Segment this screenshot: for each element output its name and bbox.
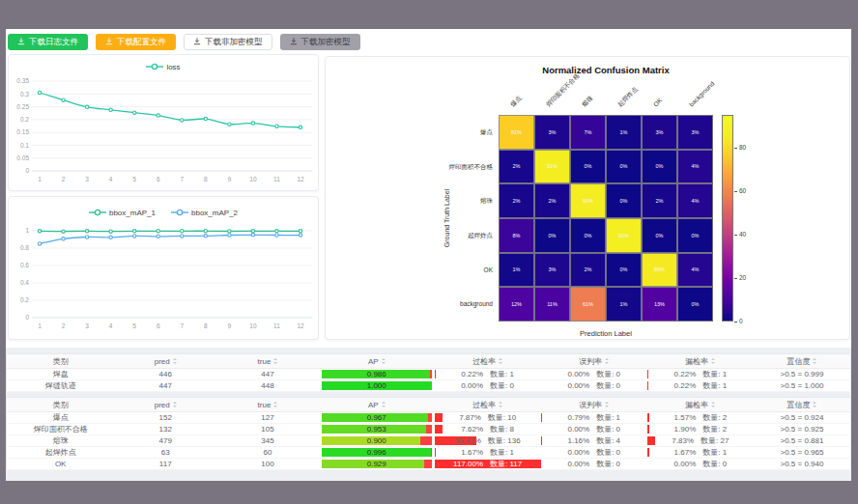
ap-cell: 0.929	[319, 459, 435, 470]
rate-cell: 1.67%数量: 1	[647, 447, 754, 458]
download-encrypted-model-button[interactable]: 下载加密模型	[280, 34, 360, 50]
rate-bar	[435, 448, 437, 457]
table-header-cell-误判率[interactable]: 误判率	[541, 398, 647, 412]
table-row: OK1171000.929117.00%数量: 1170.00%数量: 00.0…	[7, 459, 851, 470]
confusion-matrix-row-label: 爆点	[401, 128, 493, 137]
sort-icon[interactable]	[813, 402, 816, 407]
cell-value: 4%	[692, 266, 700, 272]
x-tick-label: 8	[204, 176, 208, 182]
sort-icon[interactable]	[499, 358, 502, 364]
bbox_mAP_2-point	[228, 234, 231, 237]
table-header-cell-true[interactable]: true	[216, 354, 319, 369]
table-header-cell-漏检率[interactable]: 漏检率	[647, 354, 754, 369]
sort-icon[interactable]	[711, 358, 715, 364]
y-tick-label: 0.2	[20, 116, 29, 123]
table-header-cell-pred[interactable]: pred	[114, 398, 216, 412]
confusion-matrix-title: Normalized Confusion Matrix	[499, 65, 713, 75]
table-header-cell-过检率[interactable]: 过检率	[435, 354, 541, 369]
header-label: 漏检率	[685, 400, 708, 410]
header-label: AP	[368, 357, 379, 366]
header-inner: 过检率	[435, 400, 541, 410]
table-header-cell-漏检率[interactable]: 漏检率	[647, 398, 754, 412]
table-header-cell-AP[interactable]: AP	[319, 354, 435, 369]
loss-point	[228, 123, 231, 126]
download-unencrypted-model-button[interactable]: 下载非加密模型	[184, 34, 272, 50]
ap-value: 0.929	[322, 460, 432, 468]
table-header-cell-true[interactable]: true	[216, 398, 319, 412]
cell-value: 3%	[549, 129, 557, 135]
table-header-cell-置信度[interactable]: 置信度	[754, 398, 851, 412]
table-header-cell-误判率[interactable]: 误判率	[541, 354, 647, 369]
cell-value: 91%	[547, 163, 558, 169]
table-head: 类别predtrueAP过检率误判率漏检率置信度	[7, 354, 851, 369]
download-log-button[interactable]: 下载日志文件	[8, 34, 88, 50]
sort-icon[interactable]	[605, 402, 609, 407]
bbox_mAP_1-point	[181, 230, 184, 233]
table-body: 爆点1521270.9677.87%数量: 100.79%数量: 11.57%数…	[7, 412, 851, 470]
bbox_mAP_2-point	[251, 234, 254, 237]
cell-value: 2%	[656, 198, 664, 204]
download-icon	[193, 38, 201, 45]
sort-icon[interactable]	[499, 402, 502, 407]
over-rate-cell: 7.62%数量: 8	[435, 424, 541, 435]
rate-cell: 0.22%数量: 1	[647, 380, 754, 391]
header-inner: 漏检率	[647, 400, 754, 410]
table-header-cell-pred[interactable]: pred	[114, 354, 216, 369]
colorbar-tick-mark	[734, 278, 737, 279]
loss-line	[40, 93, 300, 127]
sort-icon[interactable]	[605, 358, 609, 364]
loss-point	[251, 122, 254, 125]
confusion-matrix-cell: 61%	[570, 287, 606, 322]
rate-cell: 1.67%数量: 1	[435, 447, 541, 458]
rate-bar	[541, 436, 542, 445]
header-label: true	[258, 357, 272, 366]
x-tick-label: 10	[249, 322, 257, 329]
header-label: 过检率	[472, 356, 496, 367]
sort-down-caret	[605, 362, 609, 364]
sort-icon[interactable]	[382, 358, 386, 364]
colorbar-tick: 20	[739, 274, 746, 281]
sort-icon[interactable]	[382, 402, 386, 407]
confusion-matrix-cell: 0%	[570, 218, 606, 253]
download-config-button[interactable]: 下载配置文件	[96, 34, 176, 50]
cell-value: 7%	[585, 129, 592, 135]
confusion-matrix-col-label: background	[686, 79, 716, 109]
header-label: 漏检率	[685, 356, 708, 367]
header-label: pred	[155, 357, 170, 366]
sort-icon[interactable]	[813, 358, 816, 364]
rate-percent: 0.22%	[461, 370, 483, 378]
bbox_mAP_2-point	[299, 234, 301, 237]
table-header-cell-过检率[interactable]: 过检率	[435, 398, 541, 412]
confusion-matrix-cell: 0%	[677, 287, 713, 322]
table-header-cell-置信度[interactable]: 置信度	[754, 354, 851, 369]
rate-count: 数量: 1	[702, 369, 727, 379]
sort-icon[interactable]	[173, 358, 177, 364]
confusion-matrix-col-label: 起焊炸点	[615, 85, 639, 109]
confusion-matrix-cell: 2%	[642, 183, 677, 218]
header-inner: 置信度	[754, 356, 850, 367]
app-content: 下载日志文件 下载配置文件 下载非加密模型 下载加密模型 loss00.050.…	[6, 29, 851, 481]
loss-point	[85, 105, 88, 108]
sort-icon[interactable]	[273, 402, 277, 407]
bbox_mAP_2-point	[85, 236, 88, 238]
sort-icon[interactable]	[173, 402, 177, 407]
metrics-table-2-wrap: 类别predtrueAP过检率误判率漏检率置信度爆点1521270.9677.8…	[6, 397, 851, 470]
cell-value: 0%	[620, 266, 628, 272]
rate-cell: 0.00%数量: 0	[541, 380, 647, 391]
over-rate-cell: 39.42%数量: 136	[435, 435, 541, 447]
sort-down-caret	[499, 362, 502, 364]
sort-icon[interactable]	[273, 358, 277, 364]
confusion-matrix-cell: 2%	[499, 150, 534, 184]
cell-value: 2%	[585, 266, 592, 272]
sort-icon[interactable]	[711, 402, 715, 407]
desktop-background: 下载日志文件 下载配置文件 下载非加密模型 下载加密模型 loss00.050.…	[0, 0, 858, 504]
table-header-cell-AP[interactable]: AP	[319, 398, 435, 412]
ap-bar: 0.996	[322, 448, 432, 457]
bbox_mAP_1-point	[157, 230, 159, 233]
confusion-matrix-cell: 81%	[499, 115, 534, 150]
rate-count: 数量: 8	[490, 424, 514, 434]
colorbar-tick: 80	[739, 144, 746, 151]
confidence-cell: >0.5 = 0.925	[754, 424, 851, 435]
sort-up-caret	[711, 358, 715, 360]
confusion-matrix-cell: 90%	[570, 183, 606, 218]
